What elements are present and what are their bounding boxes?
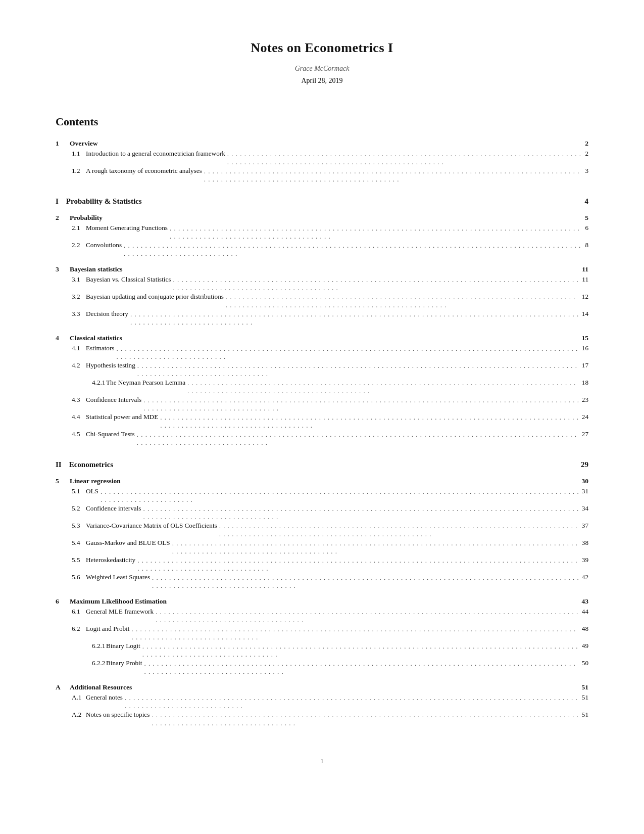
section-1-num: 1 <box>56 140 70 148</box>
part-II-page: 29 <box>581 460 588 469</box>
part-I-page: 4 <box>585 197 589 206</box>
subsection-1-1-label: Introduction to a general econometrician… <box>86 150 225 157</box>
toc-section-6: 6Maximum Likelihood Estimation 43 6.1Gen… <box>56 597 588 675</box>
section-1-page: 2 <box>585 140 588 148</box>
subsection-1-2-page: 3 <box>585 167 588 183</box>
author: Grace McCormack <box>56 65 588 73</box>
subsection-1-2-label: A rough taxonomy of econometric analyses <box>86 167 202 174</box>
toc-appendix-A: AAdditional Resources 51 A.1General note… <box>56 683 588 727</box>
date: April 28, 2019 <box>56 77 588 85</box>
part-II-row: II Econometrics 29 <box>56 460 588 469</box>
part-I-label: I Probability & Statistics <box>56 197 142 206</box>
part-I-row: I Probability & Statistics 4 <box>56 197 588 206</box>
toc-section-2: 2Probability 5 2.1Moment Generating Func… <box>56 214 588 257</box>
contents-heading: Contents <box>56 115 588 128</box>
section-1-label: Overview <box>70 140 97 147</box>
page-title: Notes on Econometrics I <box>56 40 588 56</box>
toc-section-1: 1Overview 2 1.1Introduction to a general… <box>56 140 588 183</box>
toc-section-4: 4Classical statistics 15 4.1Estimators 1… <box>56 334 588 446</box>
toc-section-3: 3Bayesian statistics 11 3.1Bayesian vs. … <box>56 265 588 326</box>
page-footer: 1 <box>56 757 588 765</box>
toc-section-5: 5Linear regression 30 5.1OLS 31 5.2Confi… <box>56 477 588 589</box>
part-II-label: II Econometrics <box>56 460 113 469</box>
subsection-1-1-page: 2 <box>585 150 588 166</box>
